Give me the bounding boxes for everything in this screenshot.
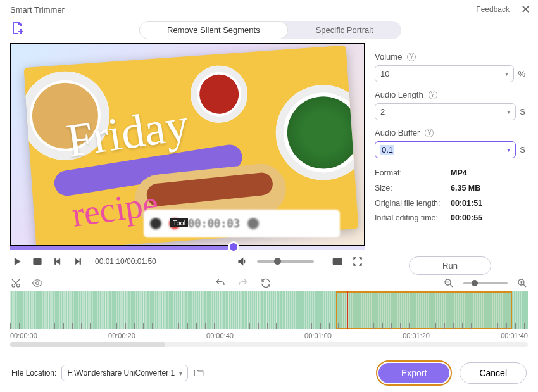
next-icon[interactable]	[72, 256, 84, 267]
snapshot-icon[interactable]	[332, 256, 343, 267]
file-location-label: File Location:	[11, 369, 56, 377]
play-icon[interactable]	[11, 256, 23, 267]
tab-specific-portrait[interactable]: Specific Portrait	[288, 21, 401, 39]
volume-select[interactable]: 10▾	[375, 65, 514, 82]
init-edit-label: Initial editing time:	[375, 211, 451, 226]
help-icon[interactable]: ?	[429, 91, 437, 99]
cancel-button[interactable]: Cancel	[460, 362, 527, 384]
audio-buffer-label: Audio Buffer	[375, 128, 420, 137]
export-button[interactable]: Export	[378, 363, 449, 383]
open-folder-icon[interactable]	[193, 367, 204, 379]
refresh-icon[interactable]	[260, 277, 272, 289]
audio-buffer-select[interactable]: 0.1▾	[375, 141, 516, 158]
timeline-ticks: 00:00:0000:00:2000:00:4000:01:0000:01:20…	[0, 329, 538, 339]
waveform-cursor[interactable]	[347, 291, 348, 329]
close-icon[interactable]: ✕	[521, 4, 530, 15]
progress-scrubber[interactable]	[10, 246, 365, 250]
help-icon[interactable]: ?	[407, 53, 416, 61]
export-highlight: Export	[376, 360, 452, 386]
play-next-icon[interactable]	[32, 256, 43, 267]
help-icon[interactable]: ?	[425, 129, 434, 137]
audio-length-unit: S	[520, 107, 525, 117]
zoom-out-icon[interactable]	[443, 277, 454, 289]
window-title: Smart Trimmer	[10, 5, 65, 15]
waveform-selection[interactable]	[336, 291, 512, 329]
tab-remove-silent[interactable]: Remove Silent Segments	[139, 21, 288, 39]
volume-slider[interactable]	[257, 260, 314, 263]
video-preview[interactable]: Friday recipe 00:00:03 Tool	[10, 43, 365, 246]
fullscreen-icon[interactable]	[352, 256, 363, 267]
file-location-select[interactable]: F:\Wondershare UniConverter 1▾	[61, 365, 188, 381]
volume-icon[interactable]	[237, 256, 248, 267]
audio-length-label: Audio Length	[375, 90, 423, 99]
add-file-icon[interactable]	[10, 20, 25, 39]
feedback-link[interactable]: Feedback	[476, 5, 510, 14]
zoom-slider[interactable]	[463, 282, 508, 284]
svg-point-4	[36, 282, 39, 285]
format-value: MP4	[451, 168, 467, 177]
run-button[interactable]: Run	[409, 256, 491, 275]
size-value: 6.35 MB	[451, 184, 480, 193]
format-label: Format:	[375, 166, 451, 181]
volume-unit: %	[518, 69, 525, 79]
init-edit-value: 00:00:55	[451, 213, 482, 222]
timeline-scrollbar[interactable]	[10, 342, 528, 347]
size-label: Size:	[375, 181, 451, 196]
volume-label: Volume	[375, 52, 402, 61]
eye-icon[interactable]	[32, 277, 43, 289]
tool-tag: Tool	[170, 218, 188, 227]
redo-icon[interactable]	[237, 277, 249, 289]
waveform[interactable]	[10, 291, 528, 329]
cut-icon[interactable]	[10, 277, 22, 289]
audio-length-select[interactable]: 2▾	[375, 103, 516, 120]
undo-icon[interactable]	[215, 277, 226, 289]
orig-length-value: 00:01:51	[451, 199, 482, 208]
prev-icon[interactable]	[52, 256, 63, 267]
timecode: 00:01:10/00:01:50	[95, 257, 156, 266]
mode-tabs: Remove Silent Segments Specific Portrait	[139, 21, 401, 39]
audio-buffer-unit: S	[520, 145, 525, 155]
zoom-in-icon[interactable]	[516, 277, 528, 289]
orig-length-label: Original file length:	[375, 196, 451, 212]
